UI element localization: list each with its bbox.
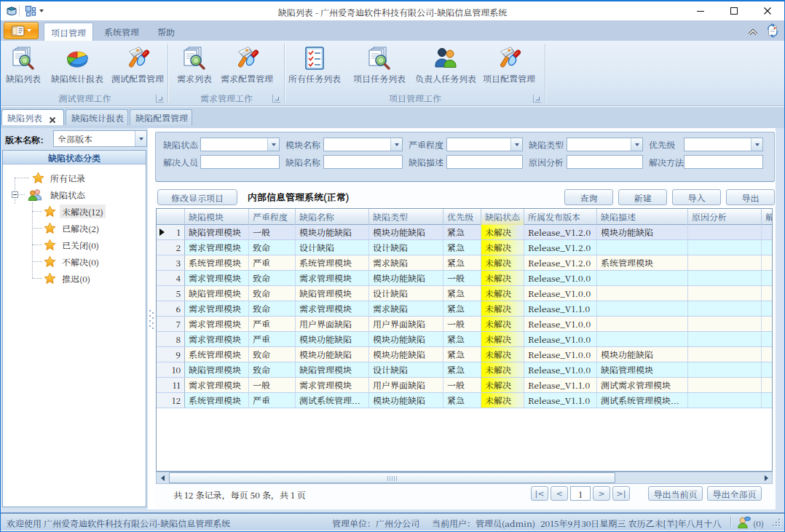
grid-cell-4-3[interactable]: 设计缺陷 — [369, 286, 443, 301]
grid-cell-7-9[interactable] — [762, 332, 773, 346]
grid-row-2[interactable]: 3 系统管理模块 严重 系统管理模块 需求缺陷 紧急 未解决 Release_V… — [157, 255, 773, 271]
grid-cell-1-9[interactable] — [762, 240, 773, 255]
grid-cell-1-7[interactable] — [597, 240, 688, 255]
grid-cell-7-6[interactable]: Release_V1.0.0 — [524, 332, 597, 346]
filter-input-row2-4[interactable] — [684, 155, 763, 169]
grid-cell-9-0[interactable]: 缺陷管理模块 — [185, 362, 249, 377]
sync-button[interactable] — [765, 23, 780, 40]
grid-row-3[interactable]: 4 需求管理模块 致命 需求管理模块 模块功能缺陷 一般 未解决 Release… — [157, 271, 773, 286]
grid-cell-3-5[interactable]: 未解决 — [481, 271, 524, 285]
tab-close-button[interactable] — [48, 113, 58, 122]
tree-item-3[interactable]: 已解决(2) — [3, 220, 146, 237]
grid-cell-6-6[interactable]: Release_V1.0.0 — [524, 317, 597, 331]
grid-cell-6-0[interactable]: 需求管理模块 — [185, 317, 249, 331]
grid-cell-7-4[interactable]: 紧急 — [443, 332, 481, 346]
grid-cell-9-8[interactable] — [688, 362, 762, 377]
grid-cell-2-3[interactable]: 需求缺陷 — [369, 255, 443, 270]
grid-cell-4-2[interactable]: 缺陷管理模块 — [296, 286, 369, 301]
new-button[interactable]: 新建 — [618, 189, 667, 205]
grid-cell-3-4[interactable]: 一般 — [443, 271, 481, 285]
grid-cell-4-6[interactable]: Release_V1.0.0 — [524, 286, 597, 301]
grid-cell-8-8[interactable] — [688, 347, 762, 362]
grid-cell-7-2[interactable]: 模块功能缺陷 — [296, 332, 369, 346]
grid-cell-11-0[interactable]: 系统管理模块 — [185, 393, 249, 408]
grid-cell-10-0[interactable]: 需求管理模块 — [185, 378, 249, 392]
last-page-button[interactable]: >| — [612, 486, 630, 501]
grid-cell-5-1[interactable]: 致命 — [249, 301, 296, 316]
grid-row-10[interactable]: 11 需求管理模块 一般 需求管理模块 用户界面缺陷 一般 未解决 Releas… — [157, 378, 773, 393]
grid-cell-8-4[interactable]: 紧急 — [443, 347, 481, 362]
grid-cell-3-0[interactable]: 需求管理模块 — [185, 271, 249, 285]
filter-input-row2-3[interactable] — [567, 155, 643, 169]
grid-cell-7-7[interactable] — [597, 332, 688, 346]
grid-cell-2-1[interactable]: 严重 — [249, 255, 296, 270]
grid-cell-0-5[interactable]: 未解决 — [481, 225, 524, 239]
grid-cell-10-3[interactable]: 用户界面缺陷 — [369, 378, 443, 392]
messages-button[interactable] — [738, 516, 751, 531]
filter-input-row2-1[interactable] — [323, 155, 403, 169]
grid-row-5[interactable]: 6 需求管理模块 致命 需求管理模块 需求缺陷 紧急 未解决 Release_V… — [157, 301, 773, 317]
grid-cell-0-6[interactable]: Release_V1.2.0 — [524, 225, 597, 239]
grid-cell-6-1[interactable]: 严重 — [249, 317, 296, 331]
prev-page-button[interactable]: < — [551, 486, 568, 501]
grid-cell-3-9[interactable] — [762, 271, 773, 285]
export-all-pages-button[interactable]: 导出全部页 — [707, 486, 762, 501]
grid-cell-1-4[interactable]: 紧急 — [443, 240, 481, 255]
grid-cell-6-4[interactable]: 一般 — [443, 317, 481, 331]
grid-cell-10-2[interactable]: 需求管理模块 — [296, 378, 369, 392]
grid-cell-0-7[interactable]: 模块功能缺陷 — [597, 225, 688, 239]
grid-cell-9-1[interactable]: 致命 — [249, 362, 296, 377]
grid-header-col-5[interactable]: 缺陷状态 — [481, 209, 524, 225]
grid-cell-0-1[interactable]: 一般 — [249, 225, 296, 239]
grid-cell-2-8[interactable] — [688, 255, 762, 270]
grid-cell-3-2[interactable]: 需求管理模块 — [296, 271, 369, 285]
grid-cell-1-2[interactable]: 设计缺陷 — [296, 240, 369, 255]
grid-header-col-6[interactable]: 所属发布版本 — [524, 209, 597, 225]
dialog-launcher-icon[interactable] — [533, 95, 541, 103]
grid-cell-10-6[interactable]: Release_V1.1.0 — [524, 378, 597, 392]
export-current-page-button[interactable]: 导出当前页 — [648, 486, 703, 501]
grid-row-8[interactable]: 9 系统管理模块 致命 模块功能缺陷 模块功能缺陷 紧急 未解决 Release… — [157, 347, 773, 362]
filter-input-row2-0[interactable] — [200, 155, 280, 169]
next-page-button[interactable]: > — [593, 486, 610, 501]
grid-cell-1-3[interactable]: 设计缺陷 — [369, 240, 443, 255]
grid-cell-5-9[interactable] — [762, 301, 773, 316]
query-button[interactable]: 查询 — [564, 189, 613, 205]
grid-cell-7-1[interactable]: 严重 — [249, 332, 296, 346]
grid-cell-0-8[interactable] — [688, 225, 762, 239]
grid-cell-3-3[interactable]: 模块功能缺陷 — [369, 271, 443, 285]
horizontal-scrollbar[interactable] — [156, 472, 773, 484]
grid-cell-5-5[interactable]: 未解决 — [481, 301, 524, 316]
grid-cell-11-6[interactable]: Release_V1.1.0 — [524, 393, 597, 408]
grid-cell-11-5[interactable]: 未解决 — [481, 393, 524, 408]
grid-cell-5-4[interactable]: 紧急 — [443, 301, 481, 316]
grid-cell-4-4[interactable]: 紧急 — [443, 286, 481, 301]
grid-cell-2-0[interactable]: 系统管理模块 — [185, 255, 249, 270]
grid-cell-11-1[interactable]: 严重 — [249, 393, 296, 408]
combo-dropdown-button[interactable] — [631, 138, 642, 151]
grid-cell-3-8[interactable] — [688, 271, 762, 285]
grid-cell-8-7[interactable]: 模块功能缺陷 — [597, 347, 688, 362]
grid-cell-10-5[interactable]: 未解决 — [481, 378, 524, 392]
document-tab-1[interactable]: 缺陷统计报表 — [66, 109, 128, 125]
grid-cell-8-1[interactable]: 致命 — [249, 347, 296, 362]
grid-cell-10-9[interactable] — [762, 378, 773, 392]
grid-header-col-7[interactable]: 缺陷描述 — [597, 209, 688, 225]
grid-cell-2-7[interactable]: 系统管理模块 — [597, 255, 688, 270]
grid-cell-8-0[interactable]: 系统管理模块 — [185, 347, 249, 362]
tree-item-4[interactable]: 已关闭(0) — [3, 237, 146, 253]
version-select[interactable]: 全部版本 — [53, 130, 147, 147]
grid-cell-10-1[interactable]: 一般 — [249, 378, 296, 392]
grid-cell-1-5[interactable]: 未解决 — [481, 240, 524, 255]
grid-cell-9-5[interactable]: 未解决 — [481, 362, 524, 377]
splitter-handle[interactable] — [148, 128, 155, 509]
grid-cell-4-9[interactable] — [762, 286, 773, 301]
grid-header-col-0[interactable]: 缺陷模块 — [185, 209, 249, 225]
scroll-left-button[interactable] — [157, 472, 168, 483]
grid-cell-5-8[interactable] — [688, 301, 762, 316]
grid-cell-4-0[interactable]: 缺陷管理模块 — [185, 286, 249, 301]
grid-cell-6-3[interactable]: 用户界面缺陷 — [369, 317, 443, 331]
tree-item-5[interactable]: 不解决(0) — [3, 253, 146, 270]
grid-row-7[interactable]: 8 需求管理模块 严重 模块功能缺陷 模块功能缺陷 紧急 未解决 Release… — [157, 332, 773, 347]
filter-combo-row1-2[interactable] — [446, 138, 523, 151]
